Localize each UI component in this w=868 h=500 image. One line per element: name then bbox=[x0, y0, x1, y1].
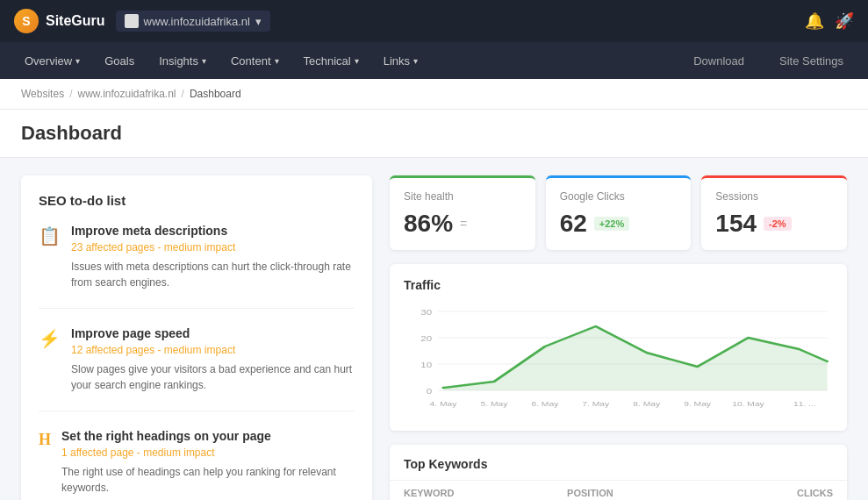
stat-card-site-health: Site health 86% = bbox=[390, 175, 535, 250]
stats-row: Site health 86% = Google Clicks 62 +22% … bbox=[390, 175, 847, 250]
stat-eq-health: = bbox=[460, 217, 467, 231]
traffic-chart-svg: 30 20 10 0 4. May 5. May 6. May 7. May 8… bbox=[404, 303, 833, 417]
seo-item[interactable]: H Set the right headings on your page 1 … bbox=[39, 429, 355, 500]
seo-item-icon-speed: ⚡ bbox=[39, 328, 61, 393]
seo-item[interactable]: ⚡ Improve page speed 12 affected pages -… bbox=[39, 326, 355, 411]
seo-item-impact-speed: 12 affected pages - medium impact bbox=[71, 344, 355, 356]
right-panel: Site health 86% = Google Clicks 62 +22% … bbox=[390, 175, 847, 500]
stat-label-health: Site health bbox=[404, 190, 521, 203]
stat-badge-sessions: -2% bbox=[764, 217, 792, 231]
stat-label-clicks: Google Clicks bbox=[560, 190, 678, 203]
nav-item-goals[interactable]: Goals bbox=[94, 46, 145, 76]
nav-item-overview[interactable]: Overview ▾ bbox=[14, 46, 90, 76]
stat-value-health: 86% bbox=[404, 210, 453, 238]
content-chevron: ▾ bbox=[275, 56, 279, 66]
nav-item-content[interactable]: Content ▾ bbox=[220, 46, 290, 76]
svg-text:7. May: 7. May bbox=[582, 400, 609, 408]
site-selector[interactable]: www.infozuidafrika.nl ▾ bbox=[116, 11, 270, 32]
stat-value-sessions: 154 bbox=[715, 210, 757, 238]
keywords-title: Top Keywords bbox=[390, 445, 847, 480]
insights-chevron: ▾ bbox=[202, 56, 206, 66]
stat-badge-clicks: +22% bbox=[594, 217, 629, 231]
col-position: POSITION bbox=[553, 481, 725, 501]
svg-text:9. May: 9. May bbox=[684, 400, 711, 408]
svg-text:0: 0 bbox=[427, 387, 433, 396]
nav-item-insights[interactable]: Insights ▾ bbox=[148, 46, 217, 76]
stat-value-clicks: 62 bbox=[560, 210, 587, 238]
main-content: SEO to-do list 📋 Improve meta descriptio… bbox=[0, 158, 868, 500]
keywords-card: Top Keywords KEYWORD POSITION CLICKS mos… bbox=[390, 445, 847, 500]
main-nav-right: Download Site Settings bbox=[683, 46, 854, 76]
nav-item-links[interactable]: Links ▾ bbox=[373, 46, 428, 76]
logo[interactable]: S SiteGuru bbox=[14, 9, 105, 33]
svg-text:6. May: 6. May bbox=[531, 400, 558, 408]
seo-item-title-speed: Improve page speed bbox=[71, 326, 355, 340]
notifications-icon[interactable]: 🔔 bbox=[805, 11, 824, 31]
seo-item-desc-headings: The right use of headings can help you r… bbox=[61, 464, 355, 496]
nav-item-site-settings[interactable]: Site Settings bbox=[769, 46, 854, 76]
site-selector-chevron: ▾ bbox=[255, 15, 262, 28]
traffic-chart-area: 30 20 10 0 4. May 5. May 6. May 7. May 8… bbox=[404, 303, 833, 417]
seo-item-desc-speed: Slow pages give your visitors a bad expe… bbox=[71, 361, 355, 393]
stat-card-google-clicks: Google Clicks 62 +22% bbox=[546, 175, 692, 250]
page-header: Dashboard bbox=[0, 110, 868, 158]
nav-item-technical[interactable]: Technical ▾ bbox=[293, 46, 369, 76]
traffic-chart-card: Traffic 30 20 10 0 bbox=[390, 264, 847, 431]
seo-todo-panel: SEO to-do list 📋 Improve meta descriptio… bbox=[21, 175, 372, 500]
breadcrumb-websites[interactable]: Websites bbox=[21, 88, 64, 100]
technical-chevron: ▾ bbox=[355, 56, 359, 66]
overview-chevron: ▾ bbox=[75, 56, 80, 66]
svg-text:20: 20 bbox=[420, 334, 432, 343]
svg-text:10. May: 10. May bbox=[732, 400, 764, 408]
seo-item-title-headings: Set the right headings on your page bbox=[61, 429, 355, 443]
user-icon[interactable]: 🚀 bbox=[835, 11, 854, 31]
traffic-chart-title: Traffic bbox=[404, 278, 833, 292]
svg-text:10: 10 bbox=[420, 361, 432, 369]
col-keyword: KEYWORD bbox=[390, 481, 553, 501]
seo-list-title: SEO to-do list bbox=[39, 193, 355, 208]
breadcrumb-current: Dashboard bbox=[190, 88, 241, 100]
breadcrumb-site[interactable]: www.infozuidafrika.nl bbox=[77, 88, 176, 100]
page-title: Dashboard bbox=[21, 122, 847, 145]
seo-item-desc-meta: Issues with meta descriptions can hurt t… bbox=[71, 259, 355, 290]
svg-text:30: 30 bbox=[420, 308, 432, 317]
seo-item-impact-meta: 23 affected pages - medium impact bbox=[71, 241, 355, 254]
seo-item-title-meta: Improve meta descriptions bbox=[71, 224, 355, 238]
stat-label-sessions: Sessions bbox=[715, 190, 833, 203]
main-navigation: Overview ▾ Goals Insights ▾ Content ▾ Te… bbox=[0, 42, 868, 79]
breadcrumb-sep-2: / bbox=[182, 88, 184, 100]
siteguru-logo-icon: S bbox=[14, 9, 39, 33]
nav-item-download[interactable]: Download bbox=[683, 46, 755, 76]
svg-text:5. May: 5. May bbox=[481, 400, 508, 408]
svg-text:4. May: 4. May bbox=[430, 400, 457, 408]
seo-item[interactable]: 📋 Improve meta descriptions 23 affected … bbox=[39, 224, 355, 309]
svg-text:11. ...: 11. ... bbox=[793, 400, 816, 408]
site-url: www.infozuidafrika.nl bbox=[144, 15, 250, 28]
svg-marker-8 bbox=[443, 326, 828, 390]
breadcrumb-sep-1: / bbox=[69, 88, 72, 100]
top-navigation: S SiteGuru www.infozuidafrika.nl ▾ 🔔 🚀 bbox=[0, 0, 868, 42]
stat-card-sessions: Sessions 154 -2% bbox=[701, 175, 847, 250]
seo-item-impact-headings: 1 affected page - medium impact bbox=[61, 446, 355, 459]
top-nav-icons: 🔔 🚀 bbox=[805, 11, 854, 31]
keywords-table: KEYWORD POSITION CLICKS mossel bay 10.9 … bbox=[390, 480, 847, 500]
breadcrumb: Websites / www.infozuidafrika.nl / Dashb… bbox=[0, 79, 868, 110]
seo-item-icon-meta: 📋 bbox=[39, 225, 61, 290]
links-chevron: ▾ bbox=[413, 56, 418, 66]
seo-item-icon-headings: H bbox=[39, 431, 51, 496]
col-clicks: CLICKS bbox=[725, 481, 847, 501]
site-favicon-icon bbox=[125, 14, 139, 28]
logo-text: SiteGuru bbox=[46, 13, 105, 29]
svg-text:8. May: 8. May bbox=[633, 400, 660, 408]
